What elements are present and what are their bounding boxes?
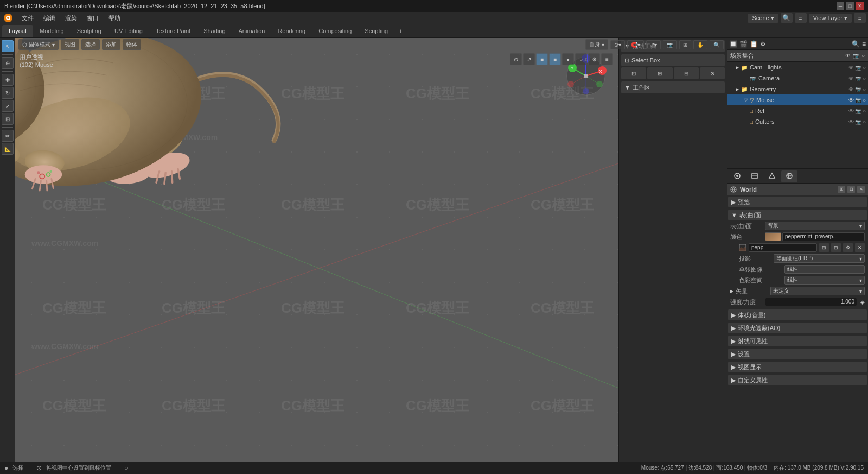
select-box-row[interactable]: ⊡ Select Box [621, 54, 725, 66]
prop-tab-scene[interactable] [764, 170, 780, 182]
node-close-btn[interactable]: ✕ [855, 243, 865, 252]
item-cam[interactable]: 📷 [855, 86, 861, 92]
node-unlink-btn[interactable]: ⊟ [831, 243, 841, 252]
overlay-btn-1[interactable]: ⊙ [510, 53, 522, 65]
tab-layout[interactable]: Layout [2, 25, 33, 37]
item-cam[interactable]: 📷 [855, 65, 861, 71]
item-sel[interactable]: ○ [863, 119, 866, 125]
measure-tool-button[interactable]: 📐 [2, 143, 14, 155]
overlay-btn-7[interactable]: ⚙ [588, 53, 600, 65]
search-viewport-icon[interactable]: 🔍 [710, 40, 724, 49]
tool-grid-4[interactable]: ⊗ [700, 67, 725, 79]
viewport-mode-selector[interactable]: ⬡ 固体模式 ▾ [18, 39, 59, 50]
colorspace-dropdown[interactable]: 线性 ▾ [784, 276, 865, 285]
tool-grid-2[interactable]: ⊞ [647, 67, 672, 79]
overlay-btn-3[interactable]: ■ [536, 53, 548, 65]
filter-icon[interactable]: ≡ [795, 13, 807, 23]
ray-vis-header[interactable]: ▶ 射线可见性 [728, 336, 867, 346]
scale-tool-button[interactable]: ⤢ [2, 100, 14, 112]
tab-texture-paint[interactable]: Texture Paint [149, 25, 197, 37]
item-sel[interactable]: ○ [863, 65, 866, 71]
tab-sculpting[interactable]: Sculpting [71, 25, 108, 37]
outliner-icon-2[interactable]: 🎬 [739, 40, 748, 48]
intensity-picker-icon[interactable]: ◈ [860, 299, 865, 305]
item-cam[interactable]: 📷 [855, 97, 861, 103]
item-sel[interactable]: ○ [863, 86, 866, 92]
tab-shading[interactable]: Shading [197, 25, 232, 37]
outliner-item-cutters[interactable]: ▶ □ Cutters 👁 📷 ○ [727, 116, 868, 127]
overlay-btn-5[interactable]: ● [562, 53, 574, 65]
cursor-tool-button[interactable]: ⊕ [2, 57, 14, 69]
color-texture-value[interactable]: peppermint_powerp... [782, 232, 865, 241]
viewport-select-menu[interactable]: 选择 [81, 39, 100, 50]
item-eye[interactable]: 👁 [848, 119, 854, 125]
outliner-filter-icon[interactable]: ≡ [862, 40, 866, 48]
tool-grid-3[interactable]: ⊟ [674, 67, 699, 79]
custom-props-header[interactable]: ▶ 自定义属性 [728, 375, 867, 385]
view-layer-dropdown[interactable]: View Layer ▾ [809, 14, 852, 23]
overlay-btn-2[interactable]: ↗ [523, 53, 535, 65]
ao-header[interactable]: ▶ 环境光遮蔽(AO) [728, 323, 867, 333]
viewport-view-menu[interactable]: 视图 [61, 39, 79, 50]
outliner-item-ref[interactable]: ▶ □ Ref 👁 📷 ○ [727, 105, 868, 116]
outliner-sel-icon[interactable]: ○ [861, 53, 865, 59]
outliner-item-cam-lights[interactable]: ▶ 📁 Cam - lights 👁 📷 ○ [727, 62, 868, 73]
menu-file[interactable]: 文件 [17, 13, 38, 23]
overlay-btn-4[interactable]: ■ [549, 53, 561, 65]
add-workspace-button[interactable]: + [394, 27, 406, 35]
snap-btn[interactable]: 🧲▾ [627, 40, 644, 49]
outliner-cam-icon[interactable]: 📷 [853, 53, 859, 59]
select-tool-button[interactable]: ↖ [2, 40, 14, 52]
menu-edit[interactable]: 编辑 [39, 13, 60, 23]
annotate-tool-button[interactable]: ✏ [2, 130, 14, 142]
vp-display-header[interactable]: ▶ 视图显示 [728, 362, 867, 372]
menu-help[interactable]: 帮助 [104, 13, 125, 23]
prop-tab-render[interactable] [729, 170, 745, 182]
item-cam[interactable]: 📷 [855, 75, 861, 81]
tool-grid-1[interactable]: ⊡ [621, 67, 646, 79]
weight-dropdown[interactable]: 未定义 ▾ [770, 287, 865, 295]
menu-render[interactable]: 渲染 [61, 13, 81, 23]
outliner-search-icon[interactable]: 🔍 [852, 40, 860, 48]
item-sel[interactable]: ○ [863, 108, 866, 114]
tab-uv-editing[interactable]: UV Editing [108, 25, 149, 37]
outliner-icon-3[interactable]: 📋 [750, 40, 758, 48]
item-eye[interactable]: 👁 [848, 108, 854, 114]
move-tool-button[interactable]: ✚ [2, 74, 14, 86]
surface-header[interactable]: ▼ 表(曲)面 [728, 210, 867, 220]
filter2-icon[interactable]: ≡ [854, 13, 866, 23]
viewport[interactable]: CG模型王 CG模型王 CG模型王 CG模型王 CG模型王 www.CGMXW.… [15, 38, 727, 462]
background-dropdown[interactable]: 背景 ▾ [765, 222, 865, 230]
item-cam[interactable]: 📷 [855, 108, 861, 114]
tab-compositing[interactable]: Compositing [312, 25, 358, 37]
viewport-object-menu[interactable]: 物体 [123, 39, 141, 50]
settings-header[interactable]: ▶ 设置 [728, 349, 867, 359]
outliner-eye-icon[interactable]: 👁 [845, 53, 851, 59]
minimize-button[interactable]: ─ [837, 2, 844, 10]
prop-tab-world[interactable] [781, 170, 797, 182]
tab-rendering[interactable]: Rendering [271, 25, 312, 37]
gizmo-selector[interactable]: 自身 ▾ [585, 39, 608, 50]
outliner-item-mouse[interactable]: ▽ ▽ Mouse 👁 📷 ○ [727, 94, 868, 105]
projection-dropdown[interactable]: 等面圆柱(ERP) ▾ [774, 254, 865, 263]
prop-ctrl-1[interactable]: ⊞ [838, 186, 845, 193]
item-eye[interactable]: 👁 [848, 65, 854, 71]
search-icon[interactable]: 🔍 [781, 13, 793, 23]
volume-header[interactable]: ▶ 体积(音量) [728, 309, 867, 320]
close-button[interactable]: ✕ [856, 2, 864, 10]
menu-window[interactable]: 窗口 [82, 13, 103, 23]
outliner-icon-1[interactable]: 🔲 [729, 40, 737, 48]
overlay-btn-8[interactable]: ≡ [601, 53, 613, 65]
overlay-btn-6[interactable]: ○ [575, 53, 587, 65]
layout-icon[interactable]: ⊞ [679, 40, 691, 49]
transform-tool-button[interactable]: ⊞ [2, 113, 14, 125]
camera-icon[interactable]: 📷 [663, 40, 677, 49]
proportional-edit-btn[interactable]: ⊙▾ [610, 40, 625, 49]
intensity-value-field[interactable]: 1.000 [765, 298, 857, 306]
viewport-add-menu[interactable]: 添加 [102, 39, 120, 50]
node-name-value[interactable]: pepp [749, 243, 817, 252]
item-cam[interactable]: 📷 [855, 119, 861, 125]
item-eye[interactable]: 👁 [848, 97, 854, 103]
tab-animation[interactable]: Animation [232, 25, 272, 37]
prop-tab-output[interactable] [746, 170, 763, 182]
